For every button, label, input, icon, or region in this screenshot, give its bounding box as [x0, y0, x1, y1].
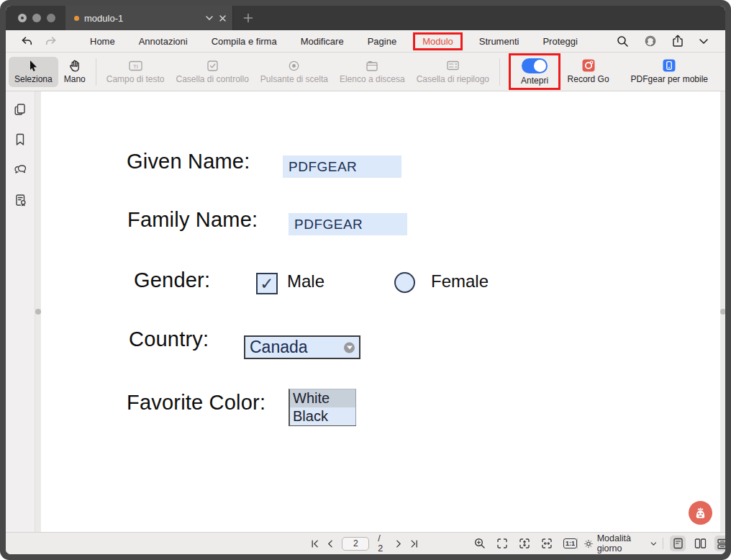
record-go-button[interactable]: Record Go — [562, 57, 615, 87]
document-seal-icon — [14, 194, 27, 207]
zoom-in-icon[interactable] — [474, 538, 486, 549]
zoom-controls: 1:1 — [474, 538, 577, 549]
bookmarks-button[interactable] — [11, 130, 29, 149]
radio-tool-button[interactable]: Pulsante di scelta — [255, 57, 334, 87]
preview-toggle[interactable] — [522, 58, 548, 73]
actual-size-button[interactable]: 1:1 — [563, 538, 577, 548]
radio-tool-label: Pulsante di scelta — [260, 74, 328, 84]
menu-modulo-annotated[interactable]: Modulo — [413, 32, 463, 50]
previous-page-icon[interactable] — [327, 539, 333, 548]
pages-icon — [14, 103, 27, 116]
favorite-color-listbox: White Black — [289, 389, 356, 426]
fit-height-icon[interactable] — [519, 538, 530, 549]
menu-pagine[interactable]: Pagine — [358, 32, 407, 51]
checkbox-tool-button[interactable]: Casella di controllo — [170, 57, 254, 87]
country-value: Canada — [250, 338, 308, 357]
comments-icon — [14, 164, 27, 176]
continuous-scroll-view-button[interactable] — [714, 536, 725, 551]
sidebar-resize-handle[interactable] — [35, 91, 41, 532]
day-mode-selector[interactable]: Modalità giorno — [584, 533, 657, 554]
fit-page-icon[interactable] — [496, 538, 508, 549]
right-resize-handle[interactable] — [720, 91, 725, 532]
gender-label: Gender: — [134, 268, 210, 292]
bookmark-icon — [14, 133, 26, 146]
page-number-input[interactable] — [342, 537, 369, 551]
document-tab[interactable]: modulo-1 — [65, 6, 233, 30]
window-frame: modulo-1 Home Annotazioni Compila e firm… — [0, 0, 731, 560]
day-mode-chevron-icon — [650, 541, 657, 546]
svg-text:TI: TI — [133, 63, 138, 69]
toolbar-divider — [499, 58, 500, 86]
single-page-view-button[interactable] — [670, 536, 686, 551]
minimize-window-button[interactable] — [32, 14, 41, 22]
text-field-icon: TI — [129, 60, 142, 72]
last-page-icon[interactable] — [410, 539, 418, 548]
listbox-option-black[interactable]: Black — [290, 407, 355, 425]
menu-strumenti[interactable]: Strumenti — [469, 32, 530, 51]
country-select[interactable]: Canada — [244, 335, 360, 359]
cursor-arrow-icon — [28, 60, 38, 72]
title-bar: modulo-1 — [6, 6, 725, 30]
male-checkbox[interactable]: ✓ — [256, 273, 278, 294]
statusbar-divider — [577, 538, 578, 549]
new-tab-button[interactable] — [233, 6, 263, 30]
annotation-box-antepri: Antepri — [509, 53, 560, 90]
favorite-color-label: Favorite Color: — [127, 391, 265, 415]
menu-modificare[interactable]: Modificare — [291, 32, 354, 51]
status-bar: / 2 1:1 Modalità giorno — [6, 532, 725, 554]
page-thumbnails-button[interactable] — [11, 100, 29, 119]
signature-panel-button[interactable] — [11, 191, 29, 209]
statusbar-right: Modalità giorno — [577, 533, 725, 554]
comments-button[interactable] — [11, 161, 29, 179]
family-name-label: Family Name: — [127, 208, 258, 232]
text-field-label: Campo di testo — [106, 74, 165, 84]
given-name-input[interactable] — [283, 155, 401, 178]
sun-icon — [584, 538, 593, 549]
left-sidebar — [6, 91, 35, 532]
hand-icon — [69, 60, 80, 72]
hand-tool-button[interactable]: Mano — [58, 57, 91, 87]
country-label: Country: — [129, 328, 209, 351]
menu-compila-e-firma[interactable]: Compila e firma — [201, 32, 287, 51]
undo-icon[interactable] — [21, 36, 33, 46]
search-icon[interactable] — [617, 35, 629, 48]
preview-label: Antepri — [521, 76, 548, 86]
record-go-icon — [582, 60, 595, 72]
collapse-toolbar-chevron-icon[interactable] — [699, 38, 709, 45]
menu-annotazioni[interactable]: Annotazioni — [129, 32, 198, 51]
page-navigation: / 2 — [311, 533, 418, 554]
menu-home[interactable]: Home — [80, 32, 125, 51]
pdfgear-mobile-label: PDFgear per mobile — [631, 74, 708, 84]
redo-icon[interactable] — [45, 36, 57, 46]
female-radio[interactable] — [394, 272, 415, 293]
two-page-view-button[interactable] — [692, 536, 708, 551]
undo-redo-group — [6, 36, 64, 46]
form-toolbar: Seleziona Mano TI Campo di testo Casella… — [6, 53, 725, 91]
pdfgear-mobile-button[interactable]: PDFgear per mobile — [625, 57, 714, 87]
text-field-tool-button[interactable]: TI Campo di testo — [101, 57, 171, 87]
toolbar-divider — [96, 58, 96, 86]
dropdown-tool-button[interactable]: Elenco a discesa — [334, 57, 411, 87]
tab-chevron-down-icon[interactable] — [205, 15, 214, 21]
dropdown-list-icon — [366, 60, 378, 72]
support-headset-icon[interactable] — [644, 35, 657, 48]
tab-close-icon[interactable] — [219, 14, 227, 22]
first-page-icon[interactable] — [311, 539, 319, 548]
radio-icon — [289, 60, 299, 72]
listbox-option-white[interactable]: White — [290, 389, 355, 407]
listbox-tool-button[interactable]: Casella di riepilogo — [411, 57, 495, 87]
close-window-button[interactable] — [18, 14, 27, 22]
next-page-icon[interactable] — [396, 539, 401, 548]
pdfgear-window: modulo-1 Home Annotazioni Compila e firm… — [6, 6, 725, 554]
family-name-input[interactable] — [289, 213, 407, 235]
zoom-window-button[interactable] — [47, 14, 55, 22]
two-page-icon — [694, 538, 707, 549]
menu-proteggi[interactable]: Proteggi — [532, 32, 587, 51]
unsaved-dot-icon — [74, 16, 79, 21]
share-icon[interactable] — [672, 35, 684, 48]
given-name-label: Given Name: — [127, 150, 250, 173]
fit-width-icon[interactable] — [541, 538, 553, 549]
single-page-icon — [673, 538, 684, 549]
select-tool-button[interactable]: Seleziona — [9, 57, 58, 87]
assistant-mascot-button[interactable] — [689, 501, 712, 525]
